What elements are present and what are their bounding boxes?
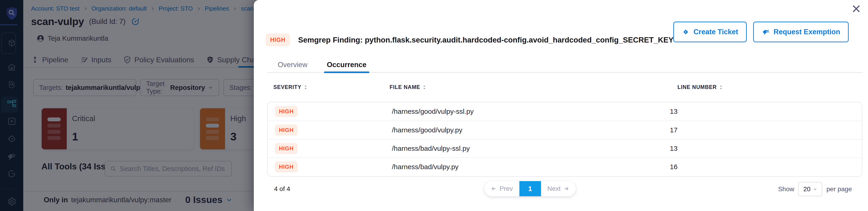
file-name-cell: /harness/good/vulpy.py	[392, 126, 462, 134]
column-label: LINE NUMBER	[678, 84, 717, 90]
button-label: Next	[548, 185, 561, 192]
line-number-cell: 13	[670, 108, 678, 115]
file-name-cell: /harness/bad/vulpy.py	[392, 163, 459, 171]
button-label: Request Exemption	[774, 28, 840, 36]
table-row[interactable]: HIGH /harness/bad/vulpy-ssl.py 13	[268, 139, 862, 157]
column-header-file-name[interactable]: FILE NAME	[390, 84, 426, 90]
column-header-line-number[interactable]: LINE NUMBER	[678, 84, 723, 90]
next-page-button[interactable]: Next	[541, 181, 576, 196]
sort-icon	[304, 85, 307, 90]
close-icon[interactable]	[850, 3, 862, 15]
severity-badge: HIGH	[275, 161, 298, 172]
line-number-cell: 13	[670, 145, 678, 152]
table-row[interactable]: HIGH /harness/good/vulpy-ssl.py 13	[268, 102, 862, 121]
finding-title: Semgrep Finding: python.flask.security.a…	[298, 36, 674, 44]
button-label: Create Ticket	[693, 28, 738, 36]
file-name-cell: /harness/good/vulpy-ssl.py	[392, 108, 473, 115]
page-size-value: 20	[803, 185, 810, 193]
sort-icon	[719, 85, 723, 90]
table-row[interactable]: HIGH /harness/good/vulpy.py 17	[268, 121, 862, 139]
sort-icon	[423, 85, 426, 90]
eye-slash-icon	[762, 28, 770, 36]
line-number-cell: 16	[670, 163, 678, 171]
finding-drawer: Create Ticket Request Exemption HIGH Sem…	[254, 0, 868, 211]
column-header-severity[interactable]: SEVERITY	[273, 84, 307, 90]
arrow-right-icon	[563, 186, 569, 192]
tab-overview[interactable]: Overview	[278, 58, 307, 72]
table-row[interactable]: HIGH /harness/bad/vulpy.py 16	[268, 157, 862, 176]
severity-badge: HIGH	[275, 125, 298, 136]
show-label: Show	[778, 185, 794, 193]
button-label: Prev	[500, 185, 513, 192]
tab-occurrence[interactable]: Occurrence	[327, 58, 366, 72]
app-window: Account: STO test Organization: default …	[0, 0, 868, 211]
column-label: FILE NAME	[390, 84, 420, 90]
occurrence-table: HIGH /harness/good/vulpy-ssl.py 13 HIGH …	[267, 102, 862, 177]
severity-badge: HIGH	[275, 106, 298, 117]
create-ticket-button[interactable]: Create Ticket	[673, 22, 746, 42]
page-size-select[interactable]: 20	[798, 182, 822, 196]
file-name-cell: /harness/bad/vulpy-ssl.py	[392, 145, 470, 152]
arrow-left-icon	[491, 186, 497, 192]
drawer-tabs: Overview Occurrence	[267, 58, 863, 73]
ticket-diamond-icon	[682, 28, 690, 36]
chevron-down-icon	[813, 187, 817, 191]
pagination-range: 4 of 4	[274, 185, 290, 192]
severity-badge: HIGH	[275, 143, 298, 154]
line-number-cell: 17	[670, 126, 678, 134]
severity-badge: HIGH	[266, 34, 290, 46]
request-exemption-button[interactable]: Request Exemption	[753, 22, 849, 42]
page-number-active[interactable]: 1	[519, 181, 541, 196]
per-page-label: per page	[826, 185, 852, 193]
pagination-controls: Prev 1 Next	[485, 181, 576, 196]
prev-page-button[interactable]: Prev	[485, 181, 519, 196]
column-label: SEVERITY	[273, 84, 302, 90]
